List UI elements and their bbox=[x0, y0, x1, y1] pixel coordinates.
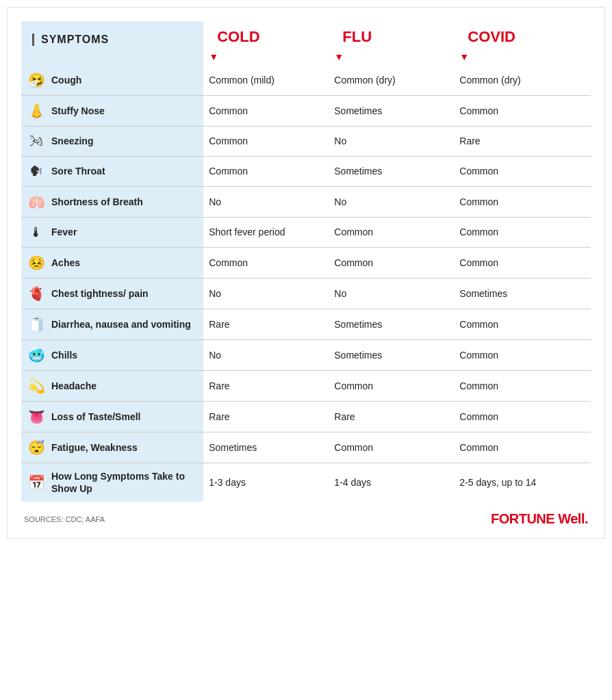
flu-cell-7: No bbox=[329, 278, 454, 309]
flu-cell-12: Common bbox=[329, 432, 454, 463]
covid-cell-2: Rare bbox=[454, 127, 591, 157]
brand-suffix: Well. bbox=[554, 511, 588, 526]
symptom-cell-10: 💫 Headache bbox=[21, 371, 203, 402]
symptom-inner-1: 👃 Stuffy Nose bbox=[27, 103, 198, 119]
cold-cell-11: Rare bbox=[203, 402, 329, 432]
symptom-cell-7: 🫀 Chest tightness/ pain bbox=[21, 278, 203, 309]
cold-cell-8: Rare bbox=[203, 309, 329, 340]
covid-cell-4: Common bbox=[454, 187, 591, 218]
flu-cell-4: No bbox=[329, 187, 454, 218]
table-row: 🗣 Sore Throat Common Sometimes Common bbox=[21, 157, 591, 187]
symptom-icon-0: 🤧 bbox=[27, 72, 46, 88]
symptom-icon-5: 🌡 bbox=[27, 224, 46, 240]
symptom-inner-4: 🫁 Shortness of Breath bbox=[27, 194, 198, 210]
brand-logo: FORTUNE Well. bbox=[491, 511, 588, 527]
symptom-icon-9: 🥶 bbox=[27, 347, 46, 363]
symptom-inner-8: 🧻 Diarrhea, nausea and vomiting bbox=[27, 316, 198, 333]
covid-title: COVID bbox=[462, 28, 583, 46]
symptom-inner-9: 🥶 Chills bbox=[27, 347, 198, 363]
covid-cell-6: Common bbox=[454, 248, 591, 278]
cold-cell-1: Common bbox=[203, 96, 329, 127]
table-row: 📅 How Long Symptoms Take to Show Up 1-3 … bbox=[21, 463, 591, 502]
symptom-name-13: How Long Symptoms Take to Show Up bbox=[51, 470, 198, 495]
covid-cell-9: Common bbox=[454, 340, 591, 371]
symptom-cell-12: 😴 Fatigue, Weakness bbox=[21, 432, 203, 463]
symptom-inner-13: 📅 How Long Symptoms Take to Show Up bbox=[27, 470, 198, 495]
symptom-inner-10: 💫 Headache bbox=[27, 378, 198, 394]
cold-cell-12: Sometimes bbox=[203, 432, 329, 463]
comparison-table-wrapper: SYMPTOMS COLD FLU COVID ▼ bbox=[21, 21, 591, 502]
symptom-inner-0: 🤧 Cough bbox=[27, 72, 198, 88]
symptom-inner-11: 👅 Loss of Taste/Smell bbox=[27, 409, 198, 425]
table-row: 🌬 Sneezing Common No Rare bbox=[21, 127, 591, 157]
symptom-icon-13: 📅 bbox=[27, 474, 46, 491]
covid-cell-5: Common bbox=[454, 218, 591, 248]
covid-cell-10: Common bbox=[454, 371, 591, 402]
symptom-icon-3: 🗣 bbox=[27, 164, 46, 179]
brand-text: FORTUNE bbox=[491, 511, 554, 526]
flu-cell-1: Sometimes bbox=[329, 96, 454, 127]
arrow-flu-cell: ▼ bbox=[329, 50, 454, 65]
cold-cell-6: Common bbox=[203, 248, 329, 278]
cold-cell-9: No bbox=[203, 340, 329, 371]
footer: SOURCES: CDC; AAFA FORTUNE Well. bbox=[21, 511, 591, 527]
table-row: 😣 Aches Common Common Common bbox=[21, 248, 591, 278]
covid-cell-11: Common bbox=[454, 402, 591, 432]
symptom-icon-11: 👅 bbox=[27, 409, 46, 425]
infographic-card: SYMPTOMS COLD FLU COVID ▼ bbox=[7, 7, 605, 539]
arrow-covid-cell: ▼ bbox=[454, 50, 591, 65]
symptom-icon-8: 🧻 bbox=[27, 316, 46, 333]
flu-cell-13: 1-4 days bbox=[329, 463, 454, 502]
flu-cell-5: Common bbox=[329, 218, 454, 248]
cold-cell-0: Common (mild) bbox=[203, 65, 329, 96]
flu-cell-10: Common bbox=[329, 371, 454, 402]
cold-cell-2: Common bbox=[203, 127, 329, 157]
cold-cell-10: Rare bbox=[203, 371, 329, 402]
arrow-cold-cell: ▼ bbox=[203, 50, 329, 65]
table-row: 🥶 Chills No Sometimes Common bbox=[21, 340, 591, 371]
table-row: 😴 Fatigue, Weakness Sometimes Common Com… bbox=[21, 432, 591, 463]
symptom-name-2: Sneezing bbox=[51, 135, 93, 147]
covid-cell-1: Common bbox=[454, 96, 591, 127]
sources-label: SOURCES: CDC; AAFA bbox=[24, 515, 105, 523]
symptom-cell-5: 🌡 Fever bbox=[21, 218, 203, 248]
flu-cell-0: Common (dry) bbox=[329, 65, 454, 96]
cold-cell-7: No bbox=[203, 278, 329, 309]
symptom-icon-6: 😣 bbox=[27, 255, 46, 271]
symptom-cell-9: 🥶 Chills bbox=[21, 340, 203, 371]
covid-cell-3: Common bbox=[454, 157, 591, 187]
symptom-icon-2: 🌬 bbox=[27, 133, 46, 149]
covid-cell-13: 2-5 days, up to 14 bbox=[454, 463, 591, 502]
covid-cell-12: Common bbox=[454, 432, 591, 463]
table-row: 👅 Loss of Taste/Smell Rare Rare Common bbox=[21, 402, 591, 432]
symptom-name-0: Cough bbox=[51, 74, 81, 86]
symptom-name-5: Fever bbox=[51, 226, 77, 238]
symptoms-header-cell: SYMPTOMS bbox=[21, 21, 203, 50]
symptom-name-7: Chest tightness/ pain bbox=[51, 287, 149, 300]
cold-arrow-icon: ▼ bbox=[209, 51, 323, 62]
cold-cell-3: Common bbox=[203, 157, 329, 187]
symptom-inner-3: 🗣 Sore Throat bbox=[27, 164, 198, 179]
symptom-name-12: Fatigue, Weakness bbox=[51, 441, 138, 454]
symptoms-header-label: SYMPTOMS bbox=[32, 34, 195, 46]
cold-cell-5: Short fever period bbox=[203, 218, 329, 248]
flu-cell-11: Rare bbox=[329, 402, 454, 432]
covid-arrow-icon: ▼ bbox=[459, 51, 585, 62]
table-row: 🤧 Cough Common (mild) Common (dry) Commo… bbox=[21, 65, 591, 96]
symptom-name-11: Loss of Taste/Smell bbox=[51, 411, 140, 423]
symptom-cell-4: 🫁 Shortness of Breath bbox=[21, 187, 203, 218]
symptom-cell-2: 🌬 Sneezing bbox=[21, 127, 203, 157]
cold-title: COLD bbox=[212, 28, 320, 46]
flu-cell-2: No bbox=[329, 127, 454, 157]
symptom-inner-12: 😴 Fatigue, Weakness bbox=[27, 439, 198, 456]
flu-arrow-icon: ▼ bbox=[334, 51, 448, 62]
covid-cell-7: Sometimes bbox=[454, 278, 591, 309]
covid-header-cell: COVID bbox=[454, 21, 591, 50]
arrow-row: ▼ ▼ ▼ bbox=[21, 50, 591, 65]
symptom-inner-6: 😣 Aches bbox=[27, 255, 198, 271]
symptom-inner-5: 🌡 Fever bbox=[27, 224, 198, 240]
cold-header-cell: COLD bbox=[203, 21, 329, 50]
symptom-cell-8: 🧻 Diarrhea, nausea and vomiting bbox=[21, 309, 203, 340]
symptom-name-1: Stuffy Nose bbox=[51, 105, 105, 117]
table-row: 🌡 Fever Short fever period Common Common bbox=[21, 218, 591, 248]
